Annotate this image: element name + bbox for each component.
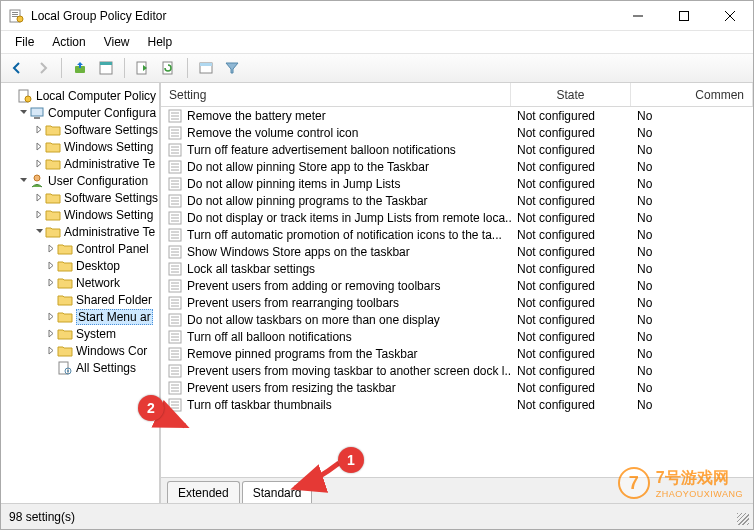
tree-item[interactable]: Desktop	[5, 257, 160, 274]
tree-item[interactable]: Software Settings	[5, 121, 160, 138]
tree-item[interactable]: Administrative Te	[5, 155, 160, 172]
list-item[interactable]: Show Windows Store apps on the taskbarNo…	[161, 243, 753, 260]
list-item[interactable]: Do not allow pinning items in Jump Lists…	[161, 175, 753, 192]
tree-toggle-icon[interactable]	[33, 227, 45, 236]
watermark-text-block: 7号游戏网 ZHAOYOUXIWANG	[656, 468, 743, 499]
state-text: Not configured	[511, 126, 631, 140]
filter-icon[interactable]	[220, 56, 244, 80]
list-item[interactable]: Remove the battery meterNot configuredNo	[161, 107, 753, 124]
tree-toggle-icon[interactable]	[45, 261, 57, 270]
policy-tree: Local Computer Policy Computer Configura…	[5, 87, 160, 376]
column-setting[interactable]: Setting	[161, 83, 511, 106]
tree-label: Windows Setting	[64, 208, 153, 222]
tree-toggle-icon[interactable]	[45, 329, 57, 338]
list-item[interactable]: Do not allow pinning Store app to the Ta…	[161, 158, 753, 175]
tree-item[interactable]: User Configuration	[5, 172, 160, 189]
list-item[interactable]: Prevent users from resizing the taskbarN…	[161, 379, 753, 396]
tree-item[interactable]: All Settings	[5, 359, 160, 376]
policy-item-icon	[167, 261, 183, 277]
setting-text: Show Windows Store apps on the taskbar	[187, 245, 410, 259]
folder-icon	[57, 241, 73, 257]
setting-text: Prevent users from adding or removing to…	[187, 279, 440, 293]
list-item[interactable]: Do not allow pinning programs to the Tas…	[161, 192, 753, 209]
list-item[interactable]: Prevent users from rearranging toolbarsN…	[161, 294, 753, 311]
list-item[interactable]: Remove pinned programs from the TaskbarN…	[161, 345, 753, 362]
tab-extended[interactable]: Extended	[167, 481, 240, 503]
options-icon[interactable]	[194, 56, 218, 80]
menu-action[interactable]: Action	[44, 33, 93, 51]
forward-icon[interactable]	[31, 56, 55, 80]
list-header: Setting State Commen	[161, 83, 753, 107]
properties-icon[interactable]	[94, 56, 118, 80]
column-state[interactable]: State	[511, 83, 631, 106]
setting-text: Do not display or track items in Jump Li…	[187, 211, 511, 225]
svg-point-23	[67, 370, 69, 372]
tree-toggle-icon[interactable]	[33, 210, 45, 219]
tree-toggle-icon[interactable]	[33, 142, 45, 151]
list-item[interactable]: Turn off all balloon notificationsNot co…	[161, 328, 753, 345]
setting-text: Prevent users from moving taskbar to ano…	[187, 364, 511, 378]
tree-toggle-icon[interactable]	[45, 312, 57, 321]
tree-item[interactable]: Windows Cor	[5, 342, 160, 359]
tree-label: All Settings	[76, 361, 136, 375]
folder-icon	[45, 156, 61, 172]
tree-item[interactable]: Administrative Te	[5, 223, 160, 240]
tree-toggle-icon[interactable]	[33, 125, 45, 134]
close-button[interactable]	[707, 1, 753, 30]
back-icon[interactable]	[5, 56, 29, 80]
tree-item[interactable]: System	[5, 325, 160, 342]
menu-view[interactable]: View	[96, 33, 138, 51]
minimize-button[interactable]	[615, 1, 661, 30]
tree-item[interactable]: Windows Setting	[5, 206, 160, 223]
menu-file[interactable]: File	[7, 33, 42, 51]
tree-item[interactable]: Network	[5, 274, 160, 291]
export-icon[interactable]	[131, 56, 155, 80]
svg-rect-2	[12, 14, 18, 15]
toolbar-separator	[187, 58, 188, 78]
list-item[interactable]: Prevent users from moving taskbar to ano…	[161, 362, 753, 379]
folder-icon	[45, 207, 61, 223]
tree-toggle-icon[interactable]	[45, 346, 57, 355]
status-text: 98 setting(s)	[9, 510, 75, 524]
tree-root[interactable]: Local Computer Policy	[5, 87, 160, 104]
list-item[interactable]: Do not allow taskbars on more than one d…	[161, 311, 753, 328]
tree-toggle-icon[interactable]	[17, 108, 29, 117]
tree-label: Local Computer Policy	[36, 89, 156, 103]
state-text: Not configured	[511, 381, 631, 395]
column-comment[interactable]: Commen	[631, 83, 753, 106]
tree-item[interactable]: Control Panel	[5, 240, 160, 257]
list-item[interactable]: Do not display or track items in Jump Li…	[161, 209, 753, 226]
toolbar-separator	[124, 58, 125, 78]
setting-text: Do not allow pinning programs to the Tas…	[187, 194, 428, 208]
list-item[interactable]: Turn off feature advertisement balloon n…	[161, 141, 753, 158]
comment-text: No	[631, 330, 753, 344]
computer-icon	[29, 105, 45, 121]
tree-item[interactable]: Computer Configura	[5, 104, 160, 121]
list-item[interactable]: Turn off taskbar thumbnailsNot configure…	[161, 396, 753, 413]
tree-item[interactable]: Shared Folder	[5, 291, 160, 308]
tree-toggle-icon[interactable]	[45, 244, 57, 253]
up-icon[interactable]	[68, 56, 92, 80]
tree-item[interactable]: Start Menu ar	[5, 308, 160, 325]
tree-toggle-icon[interactable]	[45, 278, 57, 287]
window-title: Local Group Policy Editor	[31, 9, 615, 23]
list-item[interactable]: Remove the volume control iconNot config…	[161, 124, 753, 141]
list-item[interactable]: Turn off automatic promotion of notifica…	[161, 226, 753, 243]
toolbar-separator	[61, 58, 62, 78]
state-text: Not configured	[511, 330, 631, 344]
list-item[interactable]: Lock all taskbar settingsNot configuredN…	[161, 260, 753, 277]
maximize-button[interactable]	[661, 1, 707, 30]
tree-item[interactable]: Software Settings	[5, 189, 160, 206]
tree-toggle-icon[interactable]	[17, 176, 29, 185]
menu-help[interactable]: Help	[140, 33, 181, 51]
refresh-icon[interactable]	[157, 56, 181, 80]
list-item[interactable]: Prevent users from adding or removing to…	[161, 277, 753, 294]
policy-item-icon	[167, 159, 183, 175]
tree-toggle-icon[interactable]	[33, 159, 45, 168]
tree-item[interactable]: Windows Setting	[5, 138, 160, 155]
tab-standard[interactable]: Standard	[242, 481, 313, 503]
tree-toggle-icon[interactable]	[33, 193, 45, 202]
setting-text: Remove pinned programs from the Taskbar	[187, 347, 418, 361]
policy-item-icon	[167, 125, 183, 141]
state-text: Not configured	[511, 245, 631, 259]
